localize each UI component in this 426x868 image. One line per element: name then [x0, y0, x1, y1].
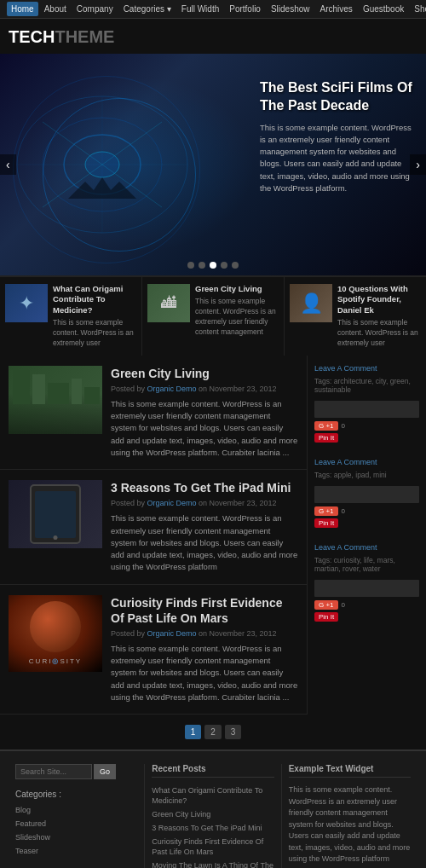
gplus-button-2[interactable]: G +1: [314, 600, 338, 610]
page-button-2[interactable]: 2: [204, 725, 222, 739]
hero-text: The Best SciFi Films Of The Past Decade …: [260, 79, 417, 194]
thumb-title-0: What Can Origami Contribute To Medicine?: [53, 284, 136, 315]
nav-company[interactable]: Company: [72, 2, 118, 16]
page-button-1[interactable]: 1: [185, 725, 202, 739]
footer-categories-label: Categories :: [15, 790, 137, 799]
article-0: Green City Living Posted by Organic Demo…: [0, 356, 307, 470]
nav-guestbook[interactable]: Guestbook: [359, 2, 408, 16]
tags-1: Tags: apple, ipad, mini: [314, 471, 419, 479]
hero-dot-4[interactable]: [221, 262, 227, 269]
pinterest-button-1[interactable]: Pin It: [314, 518, 338, 528]
ipad-illustration: [30, 484, 81, 544]
article-excerpt-1: This is some example content. WordPress …: [111, 512, 298, 573]
leave-comment-1[interactable]: Leave A Comment: [314, 458, 419, 466]
tag-martian[interactable]: martian,: [314, 564, 341, 573]
nav-fullwidth[interactable]: Full Width: [177, 2, 223, 16]
footer-search-box: Go: [15, 764, 137, 779]
thumb-content-2: 10 Questions With Spotify Founder, Danie…: [337, 284, 421, 349]
hero-prev-button[interactable]: ‹: [0, 154, 16, 175]
footer-post-1[interactable]: Green City Living: [152, 810, 210, 819]
footer-post-4[interactable]: Moving The Lawn Is A Thing Of The Past: [152, 861, 273, 868]
tag-curiosity[interactable]: curiosity,: [334, 556, 362, 564]
article-author-1[interactable]: Organic Demo: [147, 499, 197, 507]
article-body-1: 3 Reasons To Get The iPad Mini Posted by…: [111, 480, 298, 573]
hero-title: The Best SciFi Films Of The Past Decade: [260, 79, 417, 115]
nav-shop[interactable]: Shop: [410, 2, 426, 16]
footer-cat-blog[interactable]: Blog: [15, 806, 31, 814]
main-nav[interactable]: Home About Company Categories ▾ Full Wid…: [0, 0, 426, 19]
footer-post-3[interactable]: Curiosity Finds First Evidence Of Past L…: [152, 837, 263, 856]
thumb-image-city: 🏙: [147, 284, 190, 322]
social-buttons-0: G +1 0: [314, 421, 419, 431]
thumb-content-1: Green City Living This is some example c…: [195, 284, 279, 338]
thumb-item-2[interactable]: 👤 10 Questions With Spotify Founder, Dan…: [285, 277, 426, 356]
footer-cat-slideshow[interactable]: Slideshow: [15, 833, 50, 842]
footer-search-input[interactable]: [15, 764, 92, 779]
article-meta-1: Posted by Organic Demo on November 23, 2…: [111, 499, 298, 507]
hero-dot-5[interactable]: [232, 262, 239, 269]
main-content: Green City Living Posted by Organic Demo…: [0, 356, 426, 715]
thumb-title-1: Green City Living: [195, 284, 279, 294]
tag-city[interactable]: city,: [376, 377, 388, 385]
article-author-0[interactable]: Organic Demo: [147, 385, 197, 393]
articles-list: Green City Living Posted by Organic Demo…: [0, 356, 307, 715]
article-image-ipad: [9, 480, 102, 548]
gplus-button-1[interactable]: G +1: [314, 506, 338, 516]
hero-description: This is some example content. WordPress …: [260, 122, 417, 195]
hero-dot-3[interactable]: [210, 262, 216, 269]
article-author-2[interactable]: Organic Demo: [147, 629, 197, 638]
thumb-item-0[interactable]: ✦ What Can Origami Contribute To Medicin…: [0, 277, 142, 356]
footer-recent-posts-list: What Can Origami Contribute To Medicine?…: [152, 784, 273, 868]
leave-comment-2[interactable]: Leave A Comment: [314, 543, 419, 552]
gplus-button-0[interactable]: G +1: [314, 421, 338, 431]
footer-search-button[interactable]: Go: [94, 764, 116, 779]
leave-comment-0[interactable]: Leave A Comment: [314, 364, 419, 373]
article-meta-2: Posted by Organic Demo on November 23, 2…: [111, 629, 298, 638]
thumb-excerpt-2: This is some example content. WordPress …: [337, 318, 421, 349]
footer-cat-teaser[interactable]: Teaser: [15, 847, 38, 855]
tag-architecture[interactable]: architecture,: [334, 377, 374, 385]
article-date-2: November 23, 2012: [210, 629, 277, 638]
tag-ipad[interactable]: ipad,: [355, 471, 371, 479]
footer-col-search: Go Categories : Blog Featured Slideshow …: [9, 764, 145, 868]
footer-post-2[interactable]: 3 Reasons To Get The iPad Mini: [152, 824, 262, 832]
hero-next-button[interactable]: ›: [410, 154, 426, 175]
site-logo: TECHTHEME: [0, 19, 426, 54]
tag-mars[interactable]: mars,: [377, 556, 395, 564]
curiosity-logo-text: CURI◎SITY: [29, 657, 82, 665]
page-button-3[interactable]: 3: [225, 725, 242, 739]
nav-categories[interactable]: Categories ▾: [119, 2, 176, 16]
thumb-title-2: 10 Questions With Spotify Founder, Danie…: [337, 284, 421, 315]
thumb-content-0: What Can Origami Contribute To Medicine?…: [53, 284, 136, 349]
hero-slider: The Best SciFi Films Of The Past Decade …: [0, 54, 426, 275]
tags-2: Tags: curiosity, life, mars, martian, ro…: [314, 556, 419, 573]
pinterest-button-2[interactable]: Pin It: [314, 612, 338, 622]
tag-life[interactable]: life,: [364, 556, 375, 564]
tag-water[interactable]: water: [363, 564, 381, 573]
tag-mini[interactable]: mini: [373, 471, 387, 479]
nav-portfolio[interactable]: Portfolio: [225, 2, 265, 16]
tag-sustainable[interactable]: sustainable: [314, 385, 351, 394]
footer-post-0[interactable]: What Can Origami Contribute To Medicine?: [152, 786, 262, 805]
pinterest-button-0[interactable]: Pin It: [314, 433, 338, 443]
nav-home[interactable]: Home: [7, 2, 38, 16]
ipad-home-button: [54, 535, 58, 540]
article-image-mars: CURI◎SITY: [9, 595, 102, 672]
footer-recent-posts-title: Recent Posts: [152, 764, 273, 778]
hero-dot-1[interactable]: [187, 262, 194, 269]
tag-apple[interactable]: apple,: [334, 471, 354, 479]
nav-about[interactable]: About: [40, 2, 71, 16]
hero-dot-2[interactable]: [199, 262, 205, 269]
footer-widget-text: This is some example content. WordPress …: [289, 784, 411, 865]
article-body-0: Green City Living Posted by Organic Demo…: [111, 366, 298, 459]
tag-green[interactable]: green,: [390, 377, 411, 385]
mars-planet-illustration: [30, 601, 81, 652]
footer-cat-featured[interactable]: Featured: [15, 819, 46, 828]
article-date-0: November 23, 2012: [210, 385, 277, 393]
article-thumb-2: CURI◎SITY: [9, 595, 102, 704]
thumb-item-1[interactable]: 🏙 Green City Living This is some example…: [142, 277, 285, 356]
thumb-image-person: 👤: [290, 284, 332, 322]
nav-archives[interactable]: Archives: [316, 2, 357, 16]
tag-rover[interactable]: rover,: [343, 564, 360, 573]
nav-slideshow[interactable]: Slideshow: [267, 2, 314, 16]
